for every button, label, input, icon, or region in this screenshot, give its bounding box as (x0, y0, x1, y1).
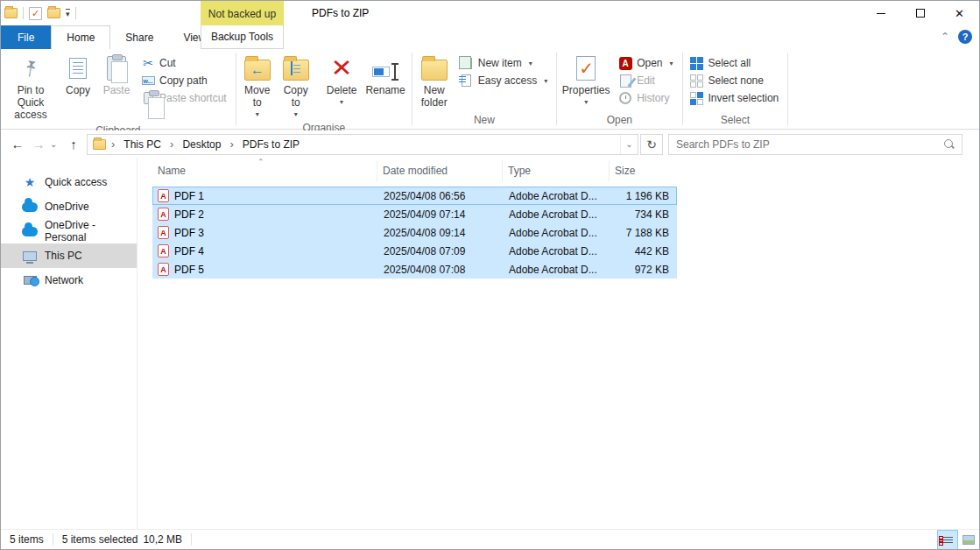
delete-button[interactable]: ✕ Delete (322, 51, 362, 108)
recent-locations-dropdown-icon[interactable]: ⌄ (50, 139, 62, 149)
paste-shortcut-button[interactable]: Paste shortcut (141, 91, 227, 105)
open-button[interactable]: A Open (618, 56, 673, 70)
divider (23, 7, 24, 19)
search-input[interactable] (676, 138, 944, 151)
table-row[interactable]: A PDF 2 2025/04/09 07:14 Adobe Acrobat D… (152, 205, 677, 223)
file-name: PDF 1 (174, 190, 204, 202)
back-button[interactable]: ← (8, 135, 27, 154)
properties-button[interactable]: Properties (559, 51, 613, 108)
window-controls: ✕ (861, 1, 979, 25)
navigation-bar: ← → ⌄ ↑ › This PC › Desktop › PDFs to ZI… (1, 130, 979, 158)
selected-count: 5 items selected (62, 533, 138, 546)
copy-path-icon: w... (141, 74, 155, 88)
table-row[interactable]: A PDF 5 2025/04/08 07:08 Adobe Acrobat D… (152, 260, 677, 279)
breadcrumb-desktop[interactable]: Desktop (179, 138, 224, 151)
easy-access-icon (460, 74, 474, 88)
sidebar-item-onedrive[interactable]: OneDrive (1, 194, 137, 219)
minimize-button[interactable] (861, 1, 900, 25)
network-icon (22, 276, 38, 285)
status-bar: 5 items 5 items selected 10,2 MB (1, 529, 979, 549)
easy-access-button[interactable]: Easy access (460, 74, 547, 88)
table-row[interactable]: A PDF 4 2025/04/08 07:09 Adobe Acrobat D… (152, 242, 677, 260)
rename-button[interactable]: Rename (361, 51, 409, 99)
breadcrumb-chevron[interactable]: › (228, 138, 235, 151)
tab-share[interactable]: Share (110, 25, 168, 49)
paste-button[interactable]: Paste (97, 51, 136, 99)
file-size: 442 KB (610, 245, 676, 257)
new-group-label: New (414, 112, 554, 129)
large-icons-view-button[interactable] (958, 530, 979, 550)
move-to-button[interactable]: ← Move to (238, 51, 277, 120)
new-item-button[interactable]: New item (460, 56, 547, 70)
ribbon-tab-bar: File Home Share View Backup Tools ⌃ ? (1, 25, 979, 49)
breadcrumb-current-folder[interactable]: PDFs to ZIP (239, 138, 303, 151)
sidebar-item-onedrive-personal[interactable]: OneDrive - Personal (1, 219, 137, 243)
copy-button[interactable]: Copy (59, 51, 97, 99)
onedrive-cloud-icon (22, 202, 38, 212)
column-header-date-modified[interactable]: Date modified (377, 160, 503, 181)
file-type: Adobe Acrobat D... (504, 190, 610, 202)
maximize-button[interactable] (900, 1, 940, 25)
minimize-icon (877, 13, 885, 14)
column-header-type[interactable]: Type (503, 160, 610, 181)
column-headers: Name ⌃ Date modified Type Size (152, 160, 675, 181)
properties-shortcut-icon[interactable] (29, 7, 42, 20)
address-dropdown-icon[interactable]: ⌄ (620, 135, 638, 154)
tab-backup-tools[interactable]: Backup Tools (201, 25, 284, 49)
large-icons-view-icon (962, 535, 975, 545)
history-button[interactable]: History (618, 91, 673, 105)
select-none-button[interactable]: Select none (690, 74, 779, 88)
file-name: PDF 3 (174, 227, 204, 239)
tab-file[interactable]: File (1, 25, 51, 49)
search-box[interactable] (668, 134, 962, 155)
help-icon[interactable]: ? (958, 30, 972, 44)
file-date-modified: 2025/04/08 09:14 (378, 227, 504, 239)
pdf-file-icon: A (158, 189, 169, 202)
up-button[interactable]: ↑ (64, 135, 83, 154)
new-folder-shortcut-icon[interactable] (47, 8, 60, 18)
window-title: PDFs to ZIP (312, 1, 369, 25)
address-bar[interactable]: › This PC › Desktop › PDFs to ZIP ⌄ (87, 134, 638, 155)
file-rows: A PDF 1 2025/04/08 06:56 Adobe Acrobat D… (152, 187, 677, 279)
breadcrumb-chevron[interactable]: › (109, 138, 116, 151)
new-folder-button[interactable]: New folder (414, 51, 455, 111)
refresh-icon[interactable]: ↻ (640, 134, 663, 155)
sidebar-item-network[interactable]: Network (1, 268, 137, 293)
copy-path-button[interactable]: w... Copy path (141, 74, 227, 88)
items-count: 5 items (1, 530, 53, 549)
select-group-label: Select (685, 112, 786, 129)
table-row[interactable]: A PDF 3 2025/04/08 09:14 Adobe Acrobat D… (152, 223, 677, 242)
file-name: PDF 4 (174, 245, 204, 257)
select-none-icon (690, 74, 704, 88)
breadcrumb-this-pc[interactable]: This PC (120, 138, 165, 151)
rename-icon (371, 54, 399, 82)
pin-to-quick-access-button[interactable]: 📌︎ Pin to Quick access (3, 51, 59, 123)
selected-size: 10,2 MB (143, 533, 182, 546)
table-row[interactable]: A PDF 1 2025/04/08 06:56 Adobe Acrobat D… (152, 187, 677, 205)
customize-toolbar-dropdown-icon[interactable]: ▾ (66, 9, 70, 18)
onedrive-status-badge[interactable]: Not backed up (201, 1, 284, 26)
history-icon (618, 91, 632, 105)
column-header-size[interactable]: Size (610, 160, 675, 181)
sidebar-item-quick-access[interactable]: ★ Quick access (1, 170, 137, 194)
forward-button[interactable]: → (29, 135, 48, 154)
details-view-button[interactable] (937, 530, 958, 550)
pdf-file-icon: A (158, 263, 169, 276)
cut-button[interactable]: ✂ Cut (141, 56, 227, 70)
this-pc-monitor-icon (22, 251, 38, 261)
close-button[interactable]: ✕ (940, 1, 979, 25)
column-header-name[interactable]: Name ⌃ (152, 160, 377, 181)
select-all-button[interactable]: Select all (690, 56, 779, 70)
collapse-ribbon-icon[interactable]: ⌃ (941, 31, 949, 43)
tab-home[interactable]: Home (51, 25, 110, 49)
quick-access-star-icon: ★ (22, 175, 38, 189)
file-name: PDF 2 (174, 208, 204, 221)
breadcrumb-chevron[interactable]: › (168, 138, 175, 151)
pin-icon: 📌︎ (17, 54, 45, 82)
pdf-file-icon: A (158, 244, 169, 257)
details-view-icon (942, 537, 953, 543)
sidebar-item-this-pc[interactable]: This PC (1, 243, 137, 268)
copy-to-button[interactable]: Copy to (277, 51, 315, 120)
edit-button[interactable]: Edit (618, 74, 673, 88)
invert-selection-button[interactable]: Invert selection (690, 91, 779, 105)
